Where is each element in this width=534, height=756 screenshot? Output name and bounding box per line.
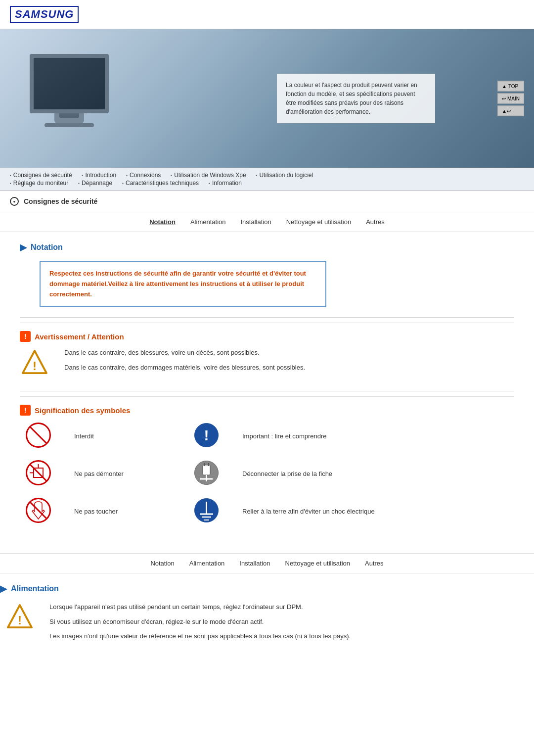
symbols-title: Signification des symboles <box>35 406 130 415</box>
sub-tab-installation-1[interactable]: Installation <box>241 218 271 226</box>
main-icon: ↩ <box>502 96 506 101</box>
section-title-label: Consignes de sécurité <box>24 197 97 205</box>
svg-line-3 <box>30 426 47 444</box>
section-breadcrumb: ● Consignes de sécurité <box>0 191 534 212</box>
symbols-grid: Interdit ! Important : lire et comprendr… <box>25 422 514 525</box>
divider-1 <box>20 317 514 318</box>
triangle-svg: ! <box>20 348 49 378</box>
symbols-header: ! Signification des symboles <box>20 405 514 416</box>
nav-caracteristiques[interactable]: Caractéristiques techniques <box>122 180 199 187</box>
notation-safety-text: Respectez ces instructions de sécurité a… <box>49 269 316 299</box>
demonte-label: Ne pas démonter <box>74 470 183 477</box>
sub-navigation-2: Notation Alimentation Installation Netto… <box>0 553 534 573</box>
notation-safety-box: Respectez ces instructions de sécurité a… <box>40 261 326 307</box>
sub-tab-notation-2[interactable]: Notation <box>150 560 174 567</box>
alimentation-section: ▶ Alimentation ! Lorsque l'appareil n'es… <box>0 573 534 656</box>
sub-navigation-1: Notation Alimentation Installation Netto… <box>0 212 534 232</box>
divider-2 <box>20 391 514 391</box>
sub-tab-nettoyage-2[interactable]: Nettoyage et utilisation <box>285 560 351 567</box>
warning-exclamation-icon: ! <box>20 331 31 342</box>
samsung-logo: SAMSUNG <box>10 6 79 23</box>
circle-dot: ● <box>13 199 16 204</box>
nav-reglage[interactable]: Réglage du moniteur <box>10 180 68 187</box>
svg-rect-12 <box>203 465 210 475</box>
alimentation-texts: Lorsque l'appareil n'est pas utilisé pen… <box>49 602 351 646</box>
symbols-exclamation-icon: ! <box>20 405 31 416</box>
toucher-icon <box>25 497 64 525</box>
main-content: ▶ Notation Respectez ces instructions de… <box>0 232 534 543</box>
back-icon: ▲↩ <box>502 108 511 114</box>
alimentation-title: Alimentation <box>11 584 59 593</box>
important-label: Important : lire et comprendre <box>242 432 514 440</box>
nav-introduction[interactable]: Introduction <box>82 172 117 179</box>
section-circle-icon: ● <box>10 197 19 206</box>
nav-windows[interactable]: Utilisation de Windows Xpe <box>171 172 246 179</box>
important-icon: ! <box>193 422 232 450</box>
nav-logiciel[interactable]: Utilisation du logiciel <box>256 172 313 179</box>
sub-tab-alimentation-2[interactable]: Alimentation <box>189 560 225 567</box>
top-nav-row2: Réglage du moniteur Dépannage Caractéris… <box>10 180 524 187</box>
interdit-icon <box>25 422 64 450</box>
main-button[interactable]: ↩ MAIN <box>497 94 524 104</box>
sub-tab-nettoyage-1[interactable]: Nettoyage et utilisation <box>286 218 352 226</box>
hero-text-box: La couleur et l'aspect du produit peuven… <box>277 74 435 123</box>
interdit-label: Interdit <box>74 432 183 440</box>
toucher-label: Ne pas toucher <box>74 508 183 515</box>
top-nav-row1: Consignes de sécurité Introduction Conne… <box>10 172 524 179</box>
notation-title: Notation <box>31 243 63 252</box>
avertissement-line1: Dans le cas contraire, des blessures, vo… <box>64 348 514 358</box>
alimentation-header: ▶ Alimentation <box>0 583 534 594</box>
avertissement-section: ! Avertissement / Attention ! Dans le ca… <box>20 323 514 387</box>
svg-line-18 <box>30 502 47 519</box>
hero-description: La couleur et l'aspect du produit peuven… <box>286 81 426 116</box>
nav-information[interactable]: Information <box>209 180 242 187</box>
deconnect-icon <box>193 459 232 488</box>
nav-depannage[interactable]: Dépannage <box>78 180 112 187</box>
svg-text:!: ! <box>204 427 209 443</box>
avertissement-texts: Dans le cas contraire, des blessures, vo… <box>64 348 514 377</box>
deconnect-label: Déconnecter la prise de la fiche <box>242 470 514 477</box>
top-button[interactable]: ▲ TOP <box>497 81 524 92</box>
hero-section: La couleur et l'aspect du produit peuven… <box>0 29 534 168</box>
notation-header: ▶ Notation <box>20 242 514 253</box>
alim-line1: Lorsque l'appareil n'est pas utilisé pen… <box>49 602 351 612</box>
terre-label: Relier à la terre afin d'éviter un choc … <box>242 508 514 515</box>
sub-tab-alimentation-1[interactable]: Alimentation <box>190 218 226 226</box>
avertissement-header: ! Avertissement / Attention <box>20 331 514 342</box>
svg-text:!: ! <box>33 359 37 373</box>
monitor-illustration <box>20 54 119 143</box>
terre-icon <box>193 497 232 525</box>
notation-arrow-icon: ▶ <box>20 242 27 253</box>
sub-tab-notation-1[interactable]: Notation <box>149 218 176 226</box>
alim-triangle-svg: ! <box>5 602 35 632</box>
avertissement-content: ! Dans le cas contraire, des blessures, … <box>20 348 514 379</box>
svg-text:!: ! <box>18 614 22 627</box>
alimentation-arrow-icon: ▶ <box>0 583 7 594</box>
sub-tab-installation-2[interactable]: Installation <box>239 560 270 567</box>
top-arrow-icon: ▲ <box>502 84 507 89</box>
back-button[interactable]: ▲↩ <box>497 106 524 116</box>
demonte-icon <box>25 459 64 488</box>
alim-line3: Les images n'ont qu'une valeur de référe… <box>49 631 351 641</box>
nav-connexions[interactable]: Connexions <box>126 172 161 179</box>
sub-tab-autres-1[interactable]: Autres <box>366 218 385 226</box>
symbols-section: ! Signification des symboles Interdit ! … <box>20 396 514 533</box>
sub-tab-autres-2[interactable]: Autres <box>365 560 384 567</box>
nav-buttons-panel: ▲ TOP ↩ MAIN ▲↩ <box>497 81 524 116</box>
avertissement-title: Avertissement / Attention <box>35 332 124 341</box>
alim-line2: Si vous utilisez un économiseur d'écran,… <box>49 617 351 627</box>
avertissement-line2: Dans le cas contraire, des dommages maté… <box>64 363 514 373</box>
alim-warning-icon: ! <box>5 602 40 633</box>
warning-triangle-icon: ! <box>20 348 54 379</box>
nav-consignes[interactable]: Consignes de sécurité <box>10 172 72 179</box>
page-header: SAMSUNG <box>0 0 534 29</box>
alimentation-content: ! Lorsque l'appareil n'est pas utilisé p… <box>5 602 534 646</box>
top-navigation: Consignes de sécurité Introduction Conne… <box>0 168 534 191</box>
